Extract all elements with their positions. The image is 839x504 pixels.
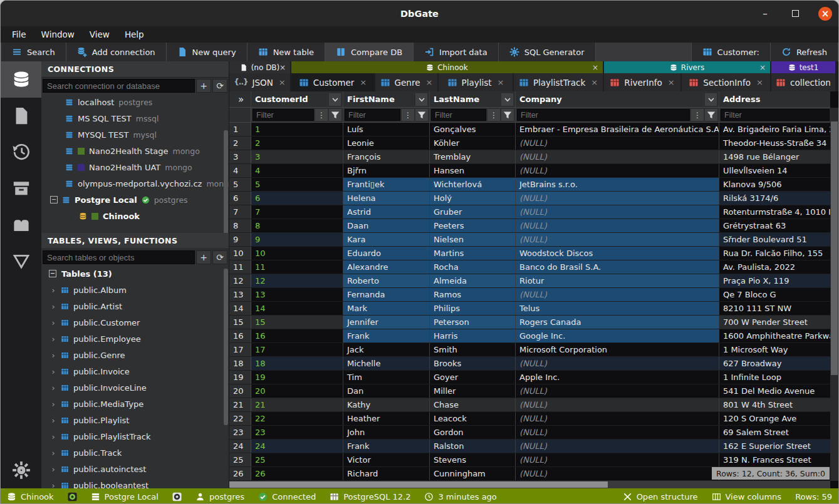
cell-address[interactable]: 1 Infinite Loop: [719, 371, 830, 384]
cell-lastname[interactable]: Miller: [430, 384, 516, 398]
filter-menu-button[interactable]: ⋮: [315, 109, 328, 121]
cell-lastname[interactable]: Rocha: [430, 260, 516, 274]
cell-lastname[interactable]: Nielsen: [430, 233, 516, 246]
cell-customerid[interactable]: 13: [251, 288, 343, 301]
row-number-cell[interactable]: 22: [229, 412, 251, 425]
table-row[interactable]: 77AstridGruber(NULL)Rotenturmstraße 4, 1…: [229, 205, 830, 219]
cell-address[interactable]: 319 N. Frances Street: [719, 453, 830, 466]
cell-firstname[interactable]: Kara: [343, 233, 430, 246]
cell-lastname[interactable]: Ramos: [430, 288, 516, 301]
cell-customerid[interactable]: 16: [251, 329, 343, 342]
tab-customer[interactable]: Customer×: [291, 73, 374, 91]
chevron-right-icon[interactable]: ›: [50, 416, 56, 425]
table-row[interactable]: 1717JackSmithMicrosoft Corporation1 Micr…: [229, 343, 830, 357]
cell-customerid[interactable]: 24: [251, 440, 343, 453]
filter-funnel-button[interactable]: [329, 109, 341, 121]
cell-firstname[interactable]: Eduardo: [343, 247, 430, 260]
table-item[interactable]: ›public.Playlist: [41, 412, 229, 428]
cell-lastname[interactable]: Tremblay: [430, 150, 516, 163]
cell-firstname[interactable]: Leonie: [343, 136, 430, 150]
tables-search-input[interactable]: [43, 250, 195, 264]
cell-firstname[interactable]: Jennifer: [343, 316, 430, 329]
cell-firstname[interactable]: Jack: [343, 343, 430, 356]
chevron-right-icon[interactable]: ›: [50, 318, 56, 327]
filter-input[interactable]: [431, 109, 486, 121]
cell-customerid[interactable]: 14: [251, 302, 343, 315]
statusbar-item-chinook[interactable]: Chinook: [7, 492, 54, 501]
cell-address[interactable]: 627 Broadway: [719, 357, 830, 370]
row-number-cell[interactable]: 13: [229, 288, 251, 301]
row-number-cell[interactable]: 18: [229, 357, 251, 370]
cell-address[interactable]: Klanova 9/506: [719, 178, 830, 191]
cell-customerid[interactable]: 1: [251, 123, 343, 136]
close-icon[interactable]: ×: [279, 78, 286, 87]
chevron-right-icon[interactable]: ›: [50, 285, 56, 295]
cell-company[interactable]: (NULL): [516, 192, 719, 205]
statusbar-item-3-minutes-ago[interactable]: 3 minutes ago: [424, 492, 496, 501]
statusbar-item-badge[interactable]: [68, 492, 77, 501]
connections-add-button[interactable]: +: [196, 79, 211, 93]
cell-customerid[interactable]: 8: [251, 219, 343, 232]
row-number-cell[interactable]: 5: [229, 178, 251, 191]
chevron-right-icon[interactable]: ›: [50, 351, 56, 360]
cell-customerid[interactable]: 23: [251, 426, 343, 439]
table-row[interactable]: 44BjřrnHansen(NULL)Ullevĺlsveien 14: [229, 164, 830, 178]
column-header-company[interactable]: Company: [516, 91, 719, 107]
cell-company[interactable]: (NULL): [516, 357, 719, 370]
chevron-right-icon[interactable]: ›: [50, 367, 56, 376]
cell-lastname[interactable]: Gordon: [430, 426, 516, 439]
cell-customerid[interactable]: 21: [251, 398, 343, 411]
statusbar-item-postgres[interactable]: postgres: [195, 492, 244, 501]
cell-customerid[interactable]: 19: [251, 371, 343, 384]
tables-scrollbar[interactable]: [224, 269, 228, 425]
cell-address[interactable]: 1498 rue Bélanger: [719, 150, 830, 163]
cell-company[interactable]: (NULL): [516, 164, 719, 177]
toolbar-button-customer[interactable]: Customer:: [691, 43, 771, 61]
menu-item-view[interactable]: View: [83, 28, 116, 41]
cell-firstname[interactable]: John: [343, 426, 430, 439]
cell-customerid[interactable]: 3: [251, 150, 343, 163]
filter-funnel-button[interactable]: [705, 109, 717, 121]
column-dropdown-button[interactable]: [705, 93, 717, 106]
column-header-address[interactable]: Address: [719, 91, 830, 107]
table-row[interactable]: 1313FernandaRamos(NULL)Qe 7 Bloco G: [229, 288, 830, 302]
connection-item[interactable]: Nano2Health UATmongo: [41, 159, 229, 175]
cell-company[interactable]: (NULL): [516, 205, 719, 219]
row-number-cell[interactable]: 11: [229, 260, 251, 274]
table-row[interactable]: 22LeonieKöhler(NULL)Theodor-Heuss-Straße…: [229, 136, 830, 150]
row-number-cell[interactable]: 20: [229, 384, 251, 398]
cell-lastname[interactable]: Martins: [430, 247, 516, 260]
collapse-expander[interactable]: −: [49, 270, 56, 277]
menu-item-window[interactable]: Window: [35, 28, 81, 41]
cell-address[interactable]: 541 Del Medio Avenue: [719, 384, 830, 398]
chevron-right-icon[interactable]: ›: [50, 334, 56, 344]
row-number-cell[interactable]: 23: [229, 426, 251, 439]
database-item[interactable]: Chinook: [41, 208, 229, 224]
cell-address[interactable]: Av. Paulista, 2022: [719, 260, 830, 274]
cell-customerid[interactable]: 22: [251, 412, 343, 425]
cell-address[interactable]: 700 W Pender Street: [719, 316, 830, 329]
cell-customerid[interactable]: 6: [251, 192, 343, 205]
table-row[interactable]: 2525VictorStevens(NULL)319 N. Frances St…: [229, 453, 830, 467]
cell-customerid[interactable]: 11: [251, 260, 343, 274]
close-button[interactable]: ×: [818, 7, 832, 21]
cell-company[interactable]: Woodstock Discos: [516, 247, 719, 260]
cell-address[interactable]: 69 Salem Street: [719, 426, 830, 439]
iconbar-item-file-icon[interactable]: [1, 98, 41, 134]
statusbar-item-view-columns[interactable]: View columns: [712, 492, 782, 501]
filter-input[interactable]: [345, 109, 400, 121]
table-row[interactable]: 99KaraNielsen(NULL)Sřnder Boulevard 51: [229, 233, 830, 247]
grid-horizontal-scrollbar-thumb[interactable]: [229, 481, 608, 488]
cell-firstname[interactable]: Victor: [343, 453, 430, 466]
cell-company[interactable]: (NULL): [516, 219, 719, 232]
cell-address[interactable]: Praça Pio X, 119: [719, 274, 830, 287]
cell-company[interactable]: (NULL): [516, 288, 719, 301]
cell-firstname[interactable]: Frank: [343, 329, 430, 342]
tables-add-button[interactable]: +: [196, 250, 211, 264]
cell-address[interactable]: Av. Brigadeiro Faria Lima, 2: [719, 123, 830, 136]
table-row[interactable]: 88DaanPeeters(NULL)Grétrystraat 63: [229, 219, 830, 233]
table-item[interactable]: ›public.Employee: [41, 331, 229, 347]
table-row[interactable]: 1818MichelleBrooks(NULL)627 Broadway: [229, 357, 830, 371]
cell-company[interactable]: (NULL): [516, 384, 719, 398]
table-item[interactable]: ›public.InvoiceLine: [41, 379, 229, 396]
